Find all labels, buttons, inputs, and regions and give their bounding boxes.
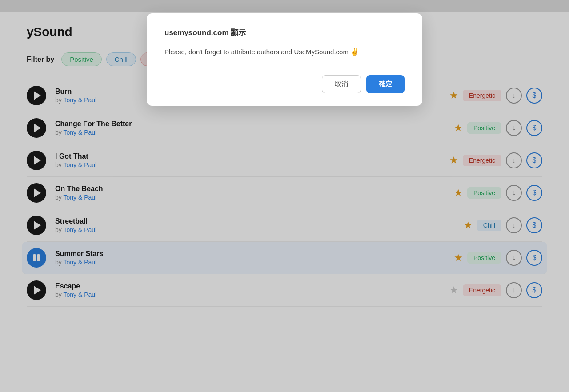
confirm-button[interactable]: 確定 — [366, 75, 405, 93]
modal-body: Please, don't forget to attribute author… — [164, 47, 405, 57]
modal-actions: 取消 確定 — [164, 75, 405, 93]
modal-overlay[interactable]: usemysound.com 顯示 Please, don't forget t… — [0, 0, 569, 392]
modal-title: usemysound.com 顯示 — [164, 28, 405, 38]
modal-dialog: usemysound.com 顯示 Please, don't forget t… — [147, 13, 422, 106]
cancel-button[interactable]: 取消 — [322, 75, 361, 93]
